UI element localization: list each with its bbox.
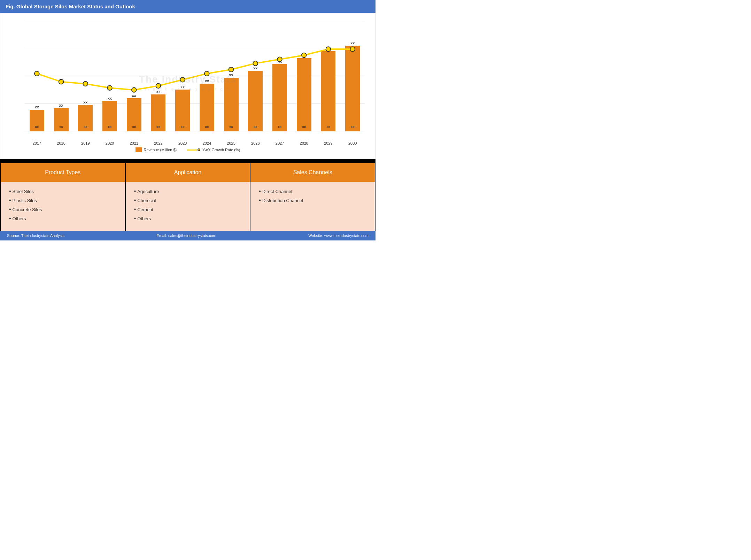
bar-group: XXXX (25, 106, 49, 131)
card-list-item: Direct Channel (259, 188, 366, 194)
bar-rect: XX (272, 64, 287, 131)
bar-rect: XX (102, 101, 117, 131)
bar-rect: XX (248, 71, 263, 131)
x-axis-label: 2023 (170, 141, 195, 145)
x-axis-label: 2022 (146, 141, 171, 145)
bar-rect: XX (297, 58, 311, 131)
bar-top-label: XX (35, 106, 39, 109)
card-body-1: AgricultureChemcialCementOthers (126, 182, 250, 231)
chart-legend: Revenue (Million $) Y-oY Growth Rate (%) (11, 147, 365, 152)
bar-group: XXXX (49, 104, 73, 131)
footer-email: Email: sales@theindustrystats.com (156, 233, 216, 238)
card-0: Product TypesSteel SilosPlastic SilosCon… (1, 163, 125, 231)
card-body-2: Direct ChannelDistribution Channel (250, 182, 375, 231)
x-axis-label: 2027 (268, 141, 292, 145)
card-list-item: Others (134, 215, 242, 222)
x-axis-label: 2026 (243, 141, 268, 145)
legend-bar-icon (136, 147, 142, 152)
bars-container: XXXXXXXXXXXXXXXXXXXXXXXXXXXXXXXXXXXXXXXX… (25, 20, 365, 131)
bar-group: XXXX (316, 47, 341, 131)
card-list-item: Agriculture (134, 188, 242, 194)
bar-top-label: XX (278, 60, 282, 63)
bar-rect: XX (30, 110, 44, 131)
x-axis-label: 2030 (340, 141, 365, 145)
bar-mid-label: XX (229, 125, 233, 129)
x-axis-label: 2021 (122, 141, 146, 145)
bar-rect: XX (78, 105, 93, 131)
bar-top-label: XX (326, 47, 330, 51)
card-header-1: Application (126, 163, 250, 182)
legend-bar-item: Revenue (Million $) (136, 147, 177, 152)
bar-mid-label: XX (326, 125, 330, 129)
bar-rect: XX (175, 90, 190, 131)
bar-top-label: XX (205, 79, 209, 83)
page-header: Fig. Global Storage Silos Market Status … (0, 0, 376, 13)
bar-mid-label: XX (156, 125, 160, 129)
bar-top-label: XX (156, 90, 160, 94)
bar-group: XXXX (146, 90, 171, 131)
bar-rect: XX (200, 84, 214, 131)
card-list-item: Distribution Channel (259, 197, 366, 204)
bar-top-label: XX (83, 101, 87, 104)
x-axis-label: 2028 (292, 141, 316, 145)
legend-dot-icon (198, 148, 200, 151)
bar-rect: XX (151, 94, 165, 131)
bar-top-label: XX (108, 97, 112, 100)
bar-mid-label: XX (351, 125, 355, 129)
bar-group: XXXX (122, 94, 146, 131)
chart-area: XXXXXXXXXXXXXXXXXXXXXXXXXXXXXXXXXXXXXXXX… (11, 20, 365, 145)
chart-section: XXXXXXXXXXXXXXXXXXXXXXXXXXXXXXXXXXXXXXXX… (0, 13, 376, 159)
bar-mid-label: XX (254, 125, 257, 129)
card-list-item: Concrete Silos (9, 206, 117, 213)
card-1: ApplicationAgricultureChemcialCementOthe… (126, 163, 250, 231)
bar-top-label: XX (302, 54, 306, 57)
bar-group: XXXX (73, 101, 98, 131)
bar-group: XXXX (98, 97, 122, 131)
bar-mid-label: XX (302, 125, 306, 129)
bar-mid-label: XX (108, 125, 112, 129)
bar-mid-label: XX (205, 125, 209, 129)
bar-group: XXXX (340, 41, 365, 131)
bar-top-label: XX (350, 41, 355, 45)
bar-rect: XX (54, 108, 69, 131)
bar-mid-label: XX (59, 125, 63, 129)
bar-group: XXXX (219, 74, 243, 131)
bar-top-label: XX (132, 94, 136, 98)
x-axis-label: 2025 (219, 141, 243, 145)
bar-group: XXXX (243, 67, 268, 131)
legend-line-label: Y-oY Growth Rate (%) (202, 148, 240, 152)
x-axis-label: 2024 (195, 141, 219, 145)
x-axis-label: 2019 (73, 141, 98, 145)
bar-group: XXXX (195, 79, 219, 131)
x-axis-label: 2017 (25, 141, 49, 145)
bar-mid-label: XX (132, 125, 136, 129)
bar-top-label: XX (59, 104, 63, 107)
x-axis: 2017201820192020202120222023202420252026… (25, 141, 365, 145)
card-header-0: Product Types (1, 163, 125, 182)
bar-mid-label: XX (84, 125, 87, 129)
legend-line-icon (187, 149, 197, 151)
bar-rect: XX (224, 78, 239, 131)
card-body-0: Steel SilosPlastic SilosConcrete SilosOt… (1, 182, 125, 231)
bar-rect: XX (127, 98, 141, 131)
footer-source: Source: Theindustrystats Analysis (7, 233, 64, 238)
card-header-2: Sales Channels (250, 163, 375, 182)
bottom-cards: Product TypesSteel SilosPlastic SilosCon… (0, 163, 376, 231)
legend-line-item: Y-oY Growth Rate (%) (187, 148, 240, 152)
bar-top-label: XX (229, 74, 233, 77)
x-axis-label: 2029 (316, 141, 341, 145)
divider-bar (0, 159, 376, 163)
card-list-item: Cement (134, 206, 242, 213)
bar-rect: XX (345, 46, 360, 131)
bar-group: XXXX (268, 60, 292, 131)
card-2: Sales ChannelsDirect ChannelDistribution… (250, 163, 375, 231)
x-axis-label: 2020 (98, 141, 122, 145)
x-axis-label: 2018 (49, 141, 73, 145)
legend-bar-label: Revenue (Million $) (144, 148, 177, 152)
card-list-item: Steel Silos (9, 188, 117, 194)
card-list-item: Others (9, 215, 117, 222)
bar-top-label: XX (253, 67, 257, 70)
bar-group: XXXX (170, 85, 195, 131)
bar-mid-label: XX (35, 125, 39, 129)
footer-website: Website: www.theindustrystats.com (308, 233, 369, 238)
